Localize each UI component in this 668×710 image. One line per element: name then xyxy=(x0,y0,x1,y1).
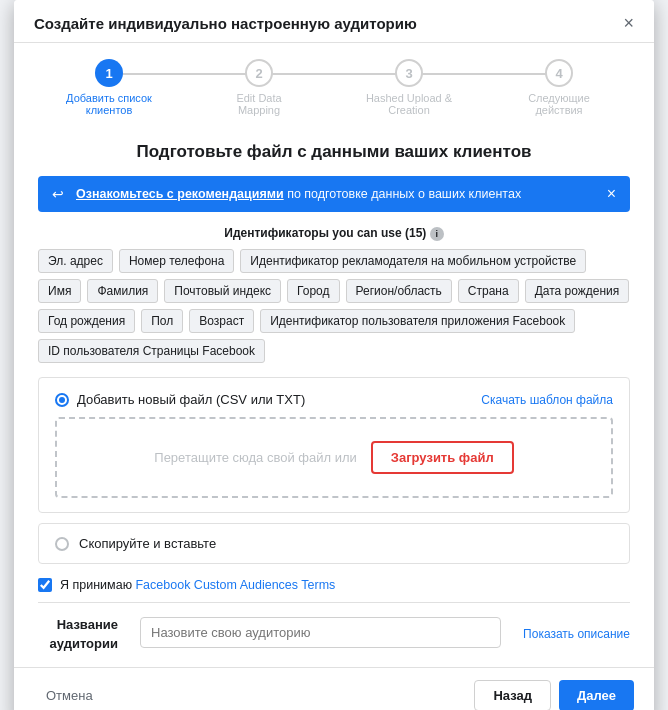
identifier-tag: Почтовый индекс xyxy=(164,279,281,303)
identifier-tag: Идентификатор пользователя приложения Fa… xyxy=(260,309,575,333)
step-3-label: Hashed Upload & Creation xyxy=(364,92,454,116)
banner-link[interactable]: Ознакомьтесь с рекомендациями xyxy=(76,187,284,201)
identifier-tag: Регион/область xyxy=(346,279,452,303)
dropzone-text: Перетащите сюда свой файл или xyxy=(154,450,357,465)
modal-header: Создайте индивидуально настроенную аудит… xyxy=(14,0,654,43)
identifiers-count: (15) xyxy=(405,226,426,240)
step-2: 2 Edit Data Mapping xyxy=(184,59,334,116)
modal-footer: Отмена Назад Далее xyxy=(14,667,654,710)
name-section: Название аудитории Показать описание xyxy=(38,602,630,651)
upload-label: Добавить новый файл (CSV или TXT) xyxy=(77,392,305,407)
identifier-tag: Страна xyxy=(458,279,519,303)
upload-radio-group: Добавить новый файл (CSV или TXT) xyxy=(55,392,305,407)
copy-paste-section: Скопируйте и вставьте xyxy=(38,523,630,564)
tags-container: Эл. адресНомер телефонаИдентификатор рек… xyxy=(38,249,630,363)
radio-dot-inner xyxy=(59,397,65,403)
upload-file-button[interactable]: Загрузить файл xyxy=(371,441,514,474)
banner-icon: ↩ xyxy=(52,186,64,202)
identifier-tag: Имя xyxy=(38,279,81,303)
copy-radio[interactable] xyxy=(55,537,69,551)
step-1: 1 Добавить список клиентов xyxy=(34,59,184,116)
modal-container: Создайте индивидуально настроенную аудит… xyxy=(14,0,654,710)
identifier-tag: ID пользователя Страницы Facebook xyxy=(38,339,265,363)
identifiers-title: Идентификаторы you can use xyxy=(224,226,401,240)
banner-suffix: по подготовке данных о ваших клиентах xyxy=(284,187,521,201)
identifier-tag: Идентификатор рекламодателя на мобильном… xyxy=(240,249,586,273)
step-1-label: Добавить список клиентов xyxy=(64,92,154,116)
upload-header: Добавить новый файл (CSV или TXT) Скачат… xyxy=(55,392,613,407)
modal-close-button[interactable]: × xyxy=(623,14,634,32)
identifier-tag: Возраст xyxy=(189,309,254,333)
upload-section: Добавить новый файл (CSV или TXT) Скачат… xyxy=(38,377,630,513)
audience-sub-label: аудитории xyxy=(50,636,118,651)
identifier-tag: Фамилия xyxy=(87,279,158,303)
back-button[interactable]: Назад xyxy=(474,680,551,710)
identifier-tag: Номер телефона xyxy=(119,249,234,273)
steps-container: 1 Добавить список клиентов 2 Edit Data M… xyxy=(14,43,654,126)
identifier-tag: Эл. адрес xyxy=(38,249,113,273)
terms-link[interactable]: Facebook Custom Audiences Terms xyxy=(135,578,335,592)
banner-content: ↩ Ознакомьтесь с рекомендациями по подго… xyxy=(52,186,521,202)
name-label: Название xyxy=(57,617,118,632)
modal-title: Создайте индивидуально настроенную аудит… xyxy=(34,15,417,32)
copy-paste-label: Скопируйте и вставьте xyxy=(79,536,216,551)
banner-close-button[interactable]: × xyxy=(607,185,616,203)
footer-left: Отмена xyxy=(34,681,105,710)
terms-text: Я принимаю Facebook Custom Audiences Ter… xyxy=(60,578,335,592)
step-4: 4 Следующие действия xyxy=(484,59,634,116)
info-banner: ↩ Ознакомьтесь с рекомендациями по подго… xyxy=(38,176,630,212)
identifier-tag: Город xyxy=(287,279,339,303)
step-4-label: Следующие действия xyxy=(514,92,604,116)
cancel-button[interactable]: Отмена xyxy=(34,681,105,710)
step-1-circle: 1 xyxy=(95,59,123,87)
audience-name-input[interactable] xyxy=(140,617,501,648)
template-link[interactable]: Скачать шаблон файла xyxy=(481,393,613,407)
section-title: Подготовьте файл с данными ваших клиенто… xyxy=(38,142,630,162)
identifiers-label: Идентификаторы you can use (15) i xyxy=(38,226,630,241)
banner-text: Ознакомьтесь с рекомендациями по подгото… xyxy=(76,187,521,201)
step-4-circle: 4 xyxy=(545,59,573,87)
identifier-tag: Дата рождения xyxy=(525,279,630,303)
step-2-label: Edit Data Mapping xyxy=(214,92,304,116)
identifier-tag: Год рождения xyxy=(38,309,135,333)
modal-body: Подготовьте файл с данными ваших клиенто… xyxy=(14,126,654,667)
terms-prefix: Я принимаю xyxy=(60,578,135,592)
identifier-tag: Пол xyxy=(141,309,183,333)
name-input-wrap xyxy=(140,617,501,648)
footer-right: Назад Далее xyxy=(474,680,634,710)
step-3: 3 Hashed Upload & Creation xyxy=(334,59,484,116)
step-3-circle: 3 xyxy=(395,59,423,87)
next-button[interactable]: Далее xyxy=(559,680,634,710)
upload-radio[interactable] xyxy=(55,393,69,407)
terms-section: Я принимаю Facebook Custom Audiences Ter… xyxy=(38,578,630,592)
step-2-circle: 2 xyxy=(245,59,273,87)
name-label-block: Название аудитории xyxy=(38,617,118,651)
show-description-link[interactable]: Показать описание xyxy=(523,627,630,641)
info-icon[interactable]: i xyxy=(430,227,444,241)
terms-checkbox[interactable] xyxy=(38,578,52,592)
dropzone[interactable]: Перетащите сюда свой файл или Загрузить … xyxy=(55,417,613,498)
